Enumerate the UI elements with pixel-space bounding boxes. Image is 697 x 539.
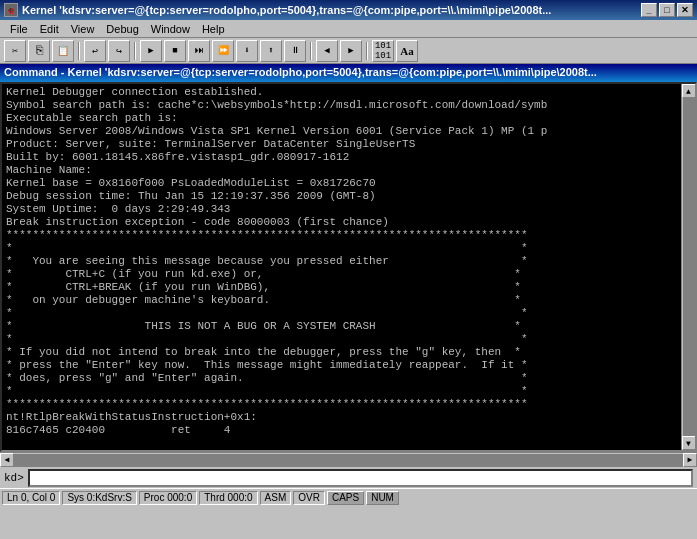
- status-thrd: Thrd 000:0: [199, 491, 257, 505]
- input-area: kd>: [0, 466, 697, 488]
- toolbar-btn-redo[interactable]: ↪: [108, 40, 130, 62]
- command-output[interactable]: Kernel Debugger connection established. …: [2, 84, 681, 450]
- toolbar-btn-stop[interactable]: ■: [164, 40, 186, 62]
- output-text: Kernel Debugger connection established. …: [6, 86, 677, 437]
- toolbar: ✂ ⎘ 📋 ↩ ↪ ▶ ■ ⏭ ⏩ ⬇ ⬆ ⏸ ◀ ▶ 101101 Aa: [0, 38, 697, 64]
- status-proc: Proc 000:0: [139, 491, 197, 505]
- toolbar-btn-stepout[interactable]: ⬆: [260, 40, 282, 62]
- toolbar-btn-go[interactable]: ▶: [140, 40, 162, 62]
- menu-bar: File Edit View Debug Window Help: [0, 20, 697, 38]
- hscroll-left-button[interactable]: ◀: [0, 453, 14, 467]
- toolbar-btn-stepinto[interactable]: ⬇: [236, 40, 258, 62]
- status-num[interactable]: NUM: [366, 491, 399, 505]
- hscroll-track[interactable]: [14, 454, 683, 466]
- toolbar-btn-undo[interactable]: ↩: [84, 40, 106, 62]
- toolbar-btn-font[interactable]: Aa: [396, 40, 418, 62]
- menu-view[interactable]: View: [65, 22, 101, 36]
- command-area: Kernel Debugger connection established. …: [0, 82, 697, 452]
- menu-file[interactable]: File: [4, 22, 34, 36]
- menu-edit[interactable]: Edit: [34, 22, 65, 36]
- window-title: Kernel 'kdsrv:server=@{tcp:server=rodolp…: [22, 4, 551, 16]
- toolbar-btn-stepover[interactable]: ⏩: [212, 40, 234, 62]
- status-ln-col: Ln 0, Col 0: [2, 491, 60, 505]
- menu-window[interactable]: Window: [145, 22, 196, 36]
- horizontal-scrollbar[interactable]: ◀ ▶: [0, 452, 697, 466]
- toolbar-sep-4: [366, 42, 368, 60]
- prompt-label: kd>: [4, 472, 24, 484]
- scroll-up-button[interactable]: ▲: [682, 84, 696, 98]
- title-bar-buttons: _ □ ✕: [641, 3, 693, 17]
- scroll-down-button[interactable]: ▼: [682, 436, 696, 450]
- status-sys: Sys 0:KdSrv:S: [62, 491, 136, 505]
- toolbar-btn-restart[interactable]: ⏭: [188, 40, 210, 62]
- scrollbar-track[interactable]: [683, 98, 695, 436]
- status-asm[interactable]: ASM: [260, 491, 292, 505]
- menu-help[interactable]: Help: [196, 22, 231, 36]
- vertical-scrollbar[interactable]: ▲ ▼: [681, 84, 695, 450]
- app-icon: 🐞: [4, 3, 18, 17]
- toolbar-btn-paste[interactable]: 📋: [52, 40, 74, 62]
- command-row: Kernel Debugger connection established. …: [2, 84, 695, 450]
- restore-button[interactable]: □: [659, 3, 675, 17]
- hscroll-right-button[interactable]: ▶: [683, 453, 697, 467]
- toolbar-btn-back[interactable]: ◀: [316, 40, 338, 62]
- status-ovr[interactable]: OVR: [293, 491, 325, 505]
- command-input[interactable]: [28, 469, 693, 487]
- toolbar-btn-cut[interactable]: ✂: [4, 40, 26, 62]
- command-window-title: Command - Kernel 'kdsrv:server=@{tcp:ser…: [0, 64, 697, 82]
- toolbar-sep-1: [78, 42, 80, 60]
- title-bar: 🐞 Kernel 'kdsrv:server=@{tcp:server=rodo…: [0, 0, 697, 20]
- toolbar-btn-forward[interactable]: ▶: [340, 40, 362, 62]
- status-bar: Ln 0, Col 0 Sys 0:KdSrv:S Proc 000:0 Thr…: [0, 488, 697, 506]
- toolbar-btn-copy[interactable]: ⎘: [28, 40, 50, 62]
- title-bar-left: 🐞 Kernel 'kdsrv:server=@{tcp:server=rodo…: [4, 3, 551, 17]
- close-button[interactable]: ✕: [677, 3, 693, 17]
- toolbar-sep-2: [134, 42, 136, 60]
- toolbar-btn-srcmode[interactable]: 101101: [372, 40, 394, 62]
- status-caps[interactable]: CAPS: [327, 491, 364, 505]
- toolbar-btn-breakin[interactable]: ⏸: [284, 40, 306, 62]
- toolbar-sep-3: [310, 42, 312, 60]
- menu-debug[interactable]: Debug: [100, 22, 144, 36]
- minimize-button[interactable]: _: [641, 3, 657, 17]
